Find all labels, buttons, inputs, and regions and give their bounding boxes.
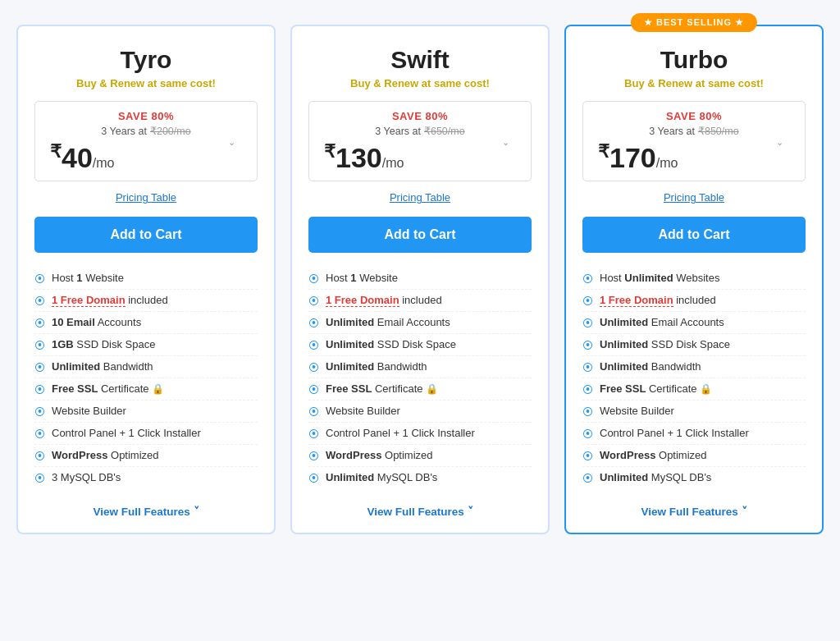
feature-text-turbo-1: 1 Free Domain included <box>600 294 716 306</box>
feature-icon-swift-4: ⦿ <box>308 361 319 373</box>
feature-text-tyro-7: Control Panel + 1 Click Installer <box>52 427 201 439</box>
add-to-cart-button-turbo[interactable]: Add to Cart <box>582 217 806 253</box>
feature-icon-turbo-2: ⦿ <box>582 317 593 329</box>
save-label-tyro: SAVE 80% <box>47 110 245 122</box>
best-selling-badge: ★ BEST SELLING ★ <box>631 13 757 32</box>
feature-item-tyro-6: ⦿ Website Builder <box>34 401 258 423</box>
years-row-tyro: 3 Years at ₹200/mo <box>47 125 245 137</box>
feature-text-tyro-2: 10 Email Accounts <box>52 316 141 328</box>
features-list-turbo: ⦿ Host Unlimited Websites ⦿ 1 Free Domai… <box>582 268 806 488</box>
feature-text-swift-4: Unlimited Bandwidth <box>326 360 427 373</box>
feature-text-swift-7: Control Panel + 1 Click Installer <box>326 427 475 439</box>
add-to-cart-button-swift[interactable]: Add to Cart <box>308 217 532 253</box>
feature-icon-swift-1: ⦿ <box>308 295 319 307</box>
feature-item-turbo-5: ⦿ Free SSL Certificate 🔒 <box>582 378 806 401</box>
feature-icon-tyro-9: ⦿ <box>34 472 45 484</box>
features-list-swift: ⦿ Host 1 Website ⦿ 1 Free Domain include… <box>308 268 532 488</box>
feature-item-tyro-9: ⦿ 3 MySQL DB's <box>34 467 258 488</box>
feature-item-tyro-8: ⦿ WordPress Optimized <box>34 445 258 467</box>
per-mo-tyro: /mo <box>93 156 115 170</box>
feature-item-swift-6: ⦿ Website Builder <box>308 401 532 423</box>
feature-icon-swift-7: ⦿ <box>308 428 319 440</box>
feature-text-tyro-9: 3 MySQL DB's <box>52 471 121 483</box>
card-tyro: TyroBuy & Renew at same cost! SAVE 80% 3… <box>16 25 276 534</box>
feature-icon-tyro-4: ⦿ <box>34 361 45 373</box>
add-to-cart-button-tyro[interactable]: Add to Cart <box>34 217 258 253</box>
feature-icon-turbo-8: ⦿ <box>582 450 593 462</box>
lock-icon-tyro-5: 🔒 <box>152 383 164 395</box>
years-text-swift: 3 Years at <box>375 126 421 137</box>
feature-text-tyro-5: Free SSL Certificate 🔒 <box>52 382 164 395</box>
feature-item-swift-9: ⦿ Unlimited MySQL DB's <box>308 467 532 488</box>
feature-item-tyro-4: ⦿ Unlimited Bandwidth <box>34 356 258 378</box>
feature-text-swift-9: Unlimited MySQL DB's <box>326 471 437 483</box>
feature-item-turbo-8: ⦿ WordPress Optimized <box>582 445 806 467</box>
feature-item-swift-2: ⦿ Unlimited Email Accounts <box>308 312 532 334</box>
feature-item-turbo-7: ⦿ Control Panel + 1 Click Installer <box>582 423 806 445</box>
feature-icon-tyro-6: ⦿ <box>34 405 45 418</box>
rupee-tyro: ₹ <box>50 141 62 162</box>
view-features-link-turbo[interactable]: View Full Features ˅ <box>582 500 806 518</box>
years-text-tyro: 3 Years at <box>101 126 147 137</box>
features-list-tyro: ⦿ Host 1 Website ⦿ 1 Free Domain include… <box>34 268 258 488</box>
card-title-swift: Swift <box>308 46 532 74</box>
years-row-swift: 3 Years at ₹650/mo <box>321 125 519 137</box>
feature-text-tyro-8: WordPress Optimized <box>52 449 159 461</box>
main-price-tyro: ₹40/mo <box>47 141 245 174</box>
feature-icon-turbo-0: ⦿ <box>582 272 593 285</box>
feature-text-turbo-0: Host Unlimited Websites <box>600 272 719 284</box>
rupee-swift: ₹ <box>324 141 336 162</box>
feature-item-turbo-6: ⦿ Website Builder <box>582 401 806 423</box>
feature-text-swift-8: WordPress Optimized <box>326 449 433 461</box>
feature-text-turbo-3: Unlimited SSD Disk Space <box>600 338 730 350</box>
feature-icon-turbo-9: ⦿ <box>582 472 593 484</box>
feature-icon-swift-8: ⦿ <box>308 450 319 462</box>
dropdown-arrow-tyro[interactable]: ⌄ <box>228 137 235 148</box>
rupee-turbo: ₹ <box>598 141 609 162</box>
feature-icon-turbo-3: ⦿ <box>582 339 593 351</box>
dropdown-arrow-turbo[interactable]: ⌄ <box>776 137 783 148</box>
feature-item-tyro-3: ⦿ 1GB SSD Disk Space <box>34 334 258 356</box>
feature-icon-tyro-5: ⦿ <box>34 383 45 396</box>
card-title-turbo: Turbo <box>582 46 806 74</box>
pricing-table-link-swift[interactable]: Pricing Table <box>308 191 532 204</box>
feature-icon-turbo-4: ⦿ <box>582 361 593 373</box>
feature-text-swift-6: Website Builder <box>326 405 400 417</box>
card-subtitle-swift: Buy & Renew at same cost! <box>308 77 532 89</box>
feature-icon-tyro-7: ⦿ <box>34 428 45 440</box>
feature-item-swift-8: ⦿ WordPress Optimized <box>308 445 532 467</box>
view-features-link-tyro[interactable]: View Full Features ˅ <box>34 500 258 518</box>
feature-icon-tyro-8: ⦿ <box>34 450 45 462</box>
feature-text-swift-2: Unlimited Email Accounts <box>326 316 450 328</box>
feature-item-tyro-2: ⦿ 10 Email Accounts <box>34 312 258 334</box>
feature-text-turbo-7: Control Panel + 1 Click Installer <box>600 427 749 439</box>
per-mo-swift: /mo <box>382 156 404 170</box>
original-price-swift: ₹650/mo <box>424 125 465 137</box>
pricing-wrapper: TyroBuy & Renew at same cost! SAVE 80% 3… <box>16 25 824 534</box>
feature-item-tyro-7: ⦿ Control Panel + 1 Click Installer <box>34 423 258 445</box>
feature-text-turbo-2: Unlimited Email Accounts <box>600 316 724 328</box>
card-turbo: ★ BEST SELLING ★TurboBuy & Renew at same… <box>564 25 824 534</box>
view-features-link-swift[interactable]: View Full Features ˅ <box>308 500 532 518</box>
feature-icon-turbo-7: ⦿ <box>582 428 593 440</box>
feature-item-swift-3: ⦿ Unlimited SSD Disk Space <box>308 334 532 356</box>
feature-text-tyro-6: Website Builder <box>52 405 126 417</box>
feature-text-swift-5: Free SSL Certificate 🔒 <box>326 382 438 395</box>
feature-icon-swift-2: ⦿ <box>308 317 319 329</box>
feature-icon-turbo-5: ⦿ <box>582 383 593 396</box>
card-subtitle-turbo: Buy & Renew at same cost! <box>582 77 806 89</box>
feature-item-tyro-5: ⦿ Free SSL Certificate 🔒 <box>34 378 258 401</box>
main-price-swift: ₹130/mo <box>321 141 519 174</box>
dropdown-arrow-swift[interactable]: ⌄ <box>502 137 509 148</box>
lock-icon-turbo-5: 🔒 <box>700 383 712 395</box>
original-price-tyro: ₹200/mo <box>150 125 191 137</box>
main-price-turbo: ₹170/mo <box>595 141 793 174</box>
feature-text-tyro-0: Host 1 Website <box>52 272 124 284</box>
pricing-table-link-tyro[interactable]: Pricing Table <box>34 191 258 204</box>
pricing-table-link-turbo[interactable]: Pricing Table <box>582 191 806 204</box>
feature-text-swift-1: 1 Free Domain included <box>326 294 442 306</box>
feature-text-turbo-6: Website Builder <box>600 405 674 417</box>
feature-icon-swift-5: ⦿ <box>308 383 319 396</box>
feature-icon-swift-6: ⦿ <box>308 405 319 418</box>
feature-item-turbo-1: ⦿ 1 Free Domain included <box>582 290 806 312</box>
